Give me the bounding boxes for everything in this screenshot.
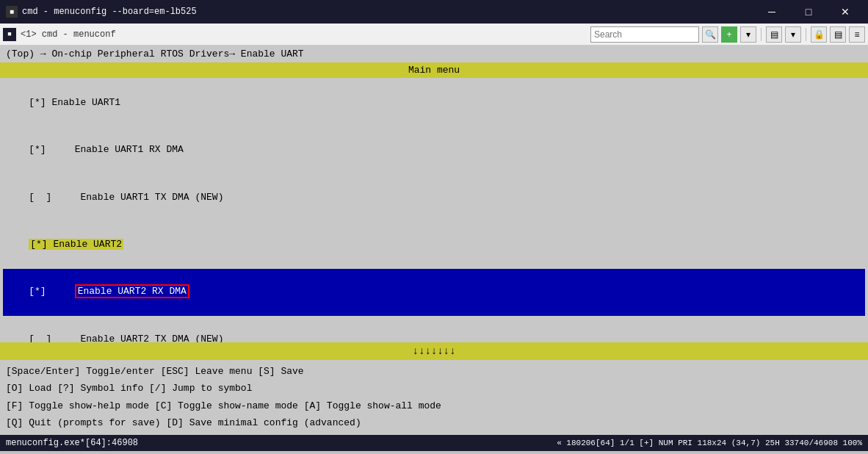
search-button[interactable]: 🔍	[702, 26, 718, 43]
bookmark-button[interactable]: 🔒	[811, 26, 827, 43]
tab-icon-box: ■	[3, 28, 16, 41]
list-item[interactable]: [ ] Enable UART2 TX DMA (NEW)	[3, 316, 865, 342]
status-bar-left: menuconfig.exe*[64]:46908	[6, 438, 138, 448]
content-area: [*] Enable UART1 [*] Enable UART1 RX DMA…	[0, 78, 868, 342]
panel-button[interactable]: ▤	[830, 26, 846, 43]
list-item[interactable]: [ ] Enable UART1 TX DMA (NEW)	[3, 174, 865, 221]
hotkey-line-3: [F] Toggle show-help mode [C] Toggle sho…	[6, 397, 862, 414]
selected-list-item[interactable]: [*] Enable UART2 RX DMA	[3, 269, 865, 316]
title-bar-title: cmd - menuconfig --board=em-lb525	[22, 7, 197, 17]
title-bar-left: ■ cmd - menuconfig --board=em-lb525	[6, 6, 197, 18]
main-menu-header: Main menu	[0, 62, 868, 78]
add-dropdown-button[interactable]: ▾	[740, 26, 756, 43]
hotkey-bar: [Space/Enter] Toggle/enter [ESC] Leave m…	[0, 360, 868, 435]
status-bar: menuconfig.exe*[64]:46908 « 180206[64] 1…	[0, 435, 868, 451]
tab-bar: ■ <1> cmd - menuconf 🔍 + ▾ ▤ ▾ 🔒 ▤ ≡	[0, 24, 868, 46]
add-button[interactable]: +	[721, 26, 737, 43]
tab-terminal-icon: ■	[7, 31, 11, 38]
list-item[interactable]: [*] Enable UART1	[3, 79, 865, 126]
view-button[interactable]: ▤	[766, 26, 782, 43]
search-area: 🔍 + ▾ ▤ ▾ 🔒 ▤ ≡	[590, 26, 865, 43]
minimize-button[interactable]: ─	[755, 0, 789, 24]
tab-label[interactable]: <1> cmd - menuconf	[21, 29, 116, 40]
settings-button[interactable]: ≡	[849, 26, 865, 43]
hotkey-line-1: [Space/Enter] Toggle/enter [ESC] Leave m…	[6, 363, 862, 380]
arrow-row: ↓↓↓↓↓↓↓	[0, 342, 868, 360]
search-input[interactable]	[590, 26, 699, 43]
title-bar: ■ cmd - menuconfig --board=em-lb525 ─ □ …	[0, 0, 868, 24]
separator2	[806, 28, 806, 41]
separator	[761, 28, 762, 41]
title-bar-controls: ─ □ ✕	[755, 0, 862, 24]
list-item[interactable]: [*] Enable UART2	[3, 221, 865, 268]
breadcrumb: (Top) → On-chip Peripheral RTOS Drivers→…	[0, 46, 868, 62]
close-button[interactable]: ✕	[828, 0, 862, 24]
maximize-button[interactable]: □	[792, 0, 825, 24]
tab-bar-left: ■ <1> cmd - menuconf	[3, 28, 590, 41]
status-bar-right: « 180206[64] 1/1 [+] NUM PRI 118x24 (34,…	[557, 439, 862, 447]
view-dropdown-button[interactable]: ▾	[785, 26, 801, 43]
hotkey-line-2: [O] Load [?] Symbol info [/] Jump to sym…	[6, 380, 862, 397]
list-item[interactable]: [*] Enable UART1 RX DMA	[3, 126, 865, 173]
terminal-icon: ■	[6, 6, 18, 18]
info-text: info	[120, 383, 143, 394]
hotkey-line-4: [Q] Quit (prompts for save) [D] Save min…	[6, 414, 862, 431]
